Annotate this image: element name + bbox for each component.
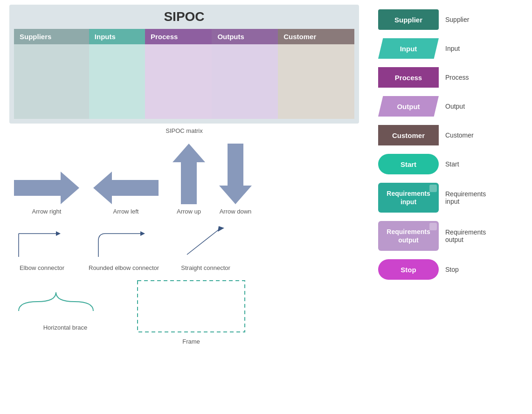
legend-item-customer: Customer Customer (378, 125, 523, 145)
stop-shape: Stop (378, 259, 439, 280)
stop-shape-box: Stop (378, 259, 439, 280)
horizontal-brace-label: Horizontal brace (43, 324, 88, 331)
cell-customer-2 (278, 82, 354, 119)
elbow-connector-svg (14, 220, 70, 262)
rounded-elbow-connector-item: Rounded elbow connector (89, 220, 159, 271)
legend-item-req-output: Requirementsoutput Requirementsoutput (378, 221, 523, 251)
straight-connector-svg (178, 220, 234, 262)
col-suppliers-header: Suppliers (14, 29, 89, 44)
output-shape: Output (378, 96, 439, 117)
rounded-elbow-connector-svg (94, 220, 154, 262)
req-output-shape-box: Requirementsoutput (378, 221, 439, 251)
output-legend-label: Output (445, 103, 465, 110)
arrow-right-shape (14, 172, 79, 204)
req-output-shape: Requirementsoutput (378, 221, 439, 251)
arrow-left-item: Arrow left (93, 172, 159, 215)
col-outputs-header: Outputs (212, 29, 278, 44)
cell-process-1 (145, 44, 212, 82)
req-input-shape: Requirementsinput (378, 183, 439, 213)
legend-item-process: Process Process (378, 67, 523, 88)
sipoc-matrix-label: SIPOC matrix (9, 127, 359, 134)
legend-item-req-input: Requirementsinput Requirementsinput (378, 183, 523, 213)
bottom-section: Horizontal brace Frame (14, 278, 359, 345)
svg-rect-6 (138, 281, 245, 332)
svg-marker-2 (56, 231, 61, 236)
legend-item-input: Input Input (378, 38, 523, 59)
arrow-down-item: Arrow down (219, 144, 252, 215)
req-input-legend-label: Requirementsinput (445, 190, 486, 205)
brace-item: Horizontal brace (14, 278, 117, 331)
start-shape: Start (378, 154, 439, 174)
arrow-right-item: Arrow right (14, 172, 79, 215)
legend-item-output: Output Output (378, 96, 523, 117)
process-shape: Process (378, 67, 439, 88)
cell-inputs-2 (89, 82, 145, 119)
cell-suppliers-1 (14, 44, 89, 82)
start-legend-label: Start (445, 160, 459, 168)
connectors-section: Elbow connector Rounded elbow connector … (14, 220, 359, 271)
col-customer-header: Customer (278, 29, 354, 44)
col-inputs-header: Inputs (89, 29, 145, 44)
arrows-section: Arrow right Arrow left Arrow up Arrow do… (14, 144, 359, 215)
process-shape-box: Process (378, 67, 439, 88)
arrow-up-label: Arrow up (177, 208, 201, 215)
cell-suppliers-2 (14, 82, 89, 119)
arrow-down-label: Arrow down (220, 208, 252, 215)
output-shape-box: Output (378, 96, 439, 117)
legend-item-stop: Stop Stop (378, 259, 523, 280)
customer-shape-box: Customer (378, 125, 439, 145)
left-panel: SIPOC Suppliers Inputs Process Outputs C… (9, 5, 359, 345)
arrow-down-shape (219, 144, 252, 204)
elbow-connector-label: Elbow connector (20, 264, 64, 271)
cell-outputs-2 (212, 82, 278, 119)
legend-item-start: Start Start (378, 154, 523, 174)
sipoc-title: SIPOC (14, 9, 354, 24)
frame-svg (135, 278, 247, 334)
process-legend-label: Process (445, 74, 469, 81)
arrow-left-label: Arrow left (113, 208, 139, 215)
svg-marker-5 (218, 226, 224, 232)
frame-label: Frame (182, 338, 200, 345)
sipoc-table: Suppliers Inputs Process Outputs Custome… (14, 29, 354, 119)
req-input-shape-box: Requirementsinput (378, 183, 439, 213)
straight-connector-item: Straight connector (178, 220, 234, 271)
arrow-up-item: Arrow up (173, 144, 205, 215)
rounded-elbow-connector-label: Rounded elbow connector (89, 264, 159, 271)
supplier-shape-box: Supplier (378, 9, 439, 30)
right-panel: Supplier Supplier Input Input Process Pr… (378, 9, 523, 288)
supplier-shape: Supplier (378, 9, 439, 30)
legend-item-supplier: Supplier Supplier (378, 9, 523, 30)
input-shape-box: Input (378, 38, 439, 59)
col-process-header: Process (145, 29, 212, 44)
elbow-connector-item: Elbow connector (14, 220, 70, 271)
start-shape-box: Start (378, 154, 439, 174)
straight-connector-label: Straight connector (181, 264, 230, 271)
input-shape: Input (378, 38, 439, 59)
cell-customer-1 (278, 44, 354, 82)
arrow-right-label: Arrow right (32, 208, 62, 215)
svg-marker-3 (140, 231, 145, 236)
arrow-up-shape (173, 144, 205, 204)
customer-legend-label: Customer (445, 131, 474, 139)
svg-line-4 (187, 229, 220, 255)
cell-outputs-1 (212, 44, 278, 82)
frame-item: Frame (135, 278, 247, 345)
cell-process-2 (145, 82, 212, 119)
customer-shape: Customer (378, 125, 439, 145)
input-legend-label: Input (445, 45, 460, 52)
supplier-legend-label: Supplier (445, 16, 469, 23)
stop-legend-label: Stop (445, 266, 459, 273)
sipoc-matrix: SIPOC Suppliers Inputs Process Outputs C… (9, 5, 359, 124)
req-output-legend-label: Requirementsoutput (445, 228, 486, 243)
cell-inputs-1 (89, 44, 145, 82)
horizontal-brace-svg (14, 278, 117, 320)
arrow-left-shape (93, 172, 159, 204)
